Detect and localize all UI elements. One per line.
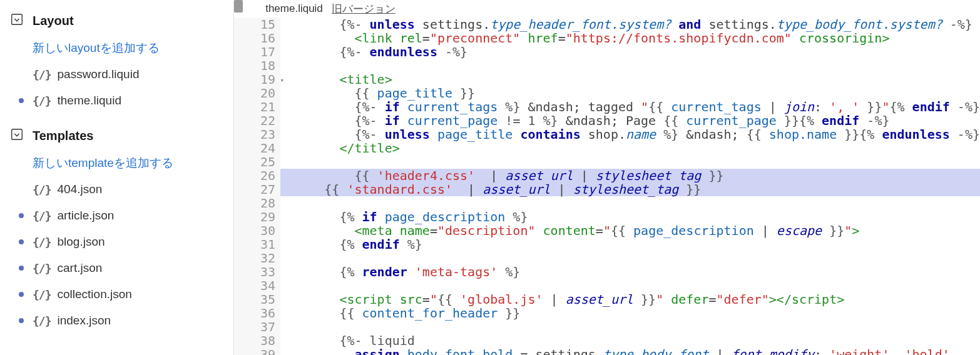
line-number[interactable]: 31 [234, 238, 275, 251]
file-item[interactable]: {/}index.json [5, 308, 228, 334]
line-number[interactable]: 35 [234, 292, 275, 306]
line-number[interactable]: 29 [234, 210, 275, 224]
file-item[interactable]: {/}collection.json [5, 281, 228, 308]
code-line[interactable]: {%- endunless -%} [280, 45, 980, 59]
section-header-templates[interactable]: Templates [5, 125, 228, 150]
code-line[interactable]: {%- if current_tags %} &ndash; tagged "{… [280, 100, 980, 114]
file-label: password.liquid [58, 68, 140, 81]
file-label: 404.json [58, 182, 103, 196]
modified-dot-icon [19, 213, 24, 218]
code-line[interactable]: {%- if current_page != 1 %} &ndash; Page… [280, 114, 980, 128]
line-number[interactable]: 17 [234, 45, 275, 59]
line-number[interactable]: 27 [234, 182, 275, 196]
code-line[interactable] [280, 59, 980, 72]
line-number[interactable]: 32 [234, 251, 275, 265]
file-item[interactable]: {/}404.json [5, 176, 228, 202]
code-line[interactable]: <title> [280, 72, 980, 86]
code-line[interactable] [280, 155, 980, 169]
collapse-icon [10, 12, 24, 29]
file-label: collection.json [58, 288, 132, 301]
file-label: blog.json [58, 235, 105, 249]
modified-dot-icon [19, 318, 24, 323]
file-item[interactable]: {/}article.json [5, 202, 228, 229]
editor-pane: theme.liquid 旧バージョン 15161718192021222324… [234, 0, 980, 355]
code-line[interactable]: </title> [280, 141, 980, 155]
code-line[interactable]: <script src="{{ 'global.js' | asset_url … [280, 292, 980, 306]
code-line[interactable]: <meta name="description" content="{{ pag… [280, 224, 980, 238]
line-number[interactable]: 21 [234, 100, 275, 114]
modified-dot-icon [19, 98, 24, 103]
code-line[interactable]: {% render 'meta-tags' %} [280, 265, 980, 279]
liquid-file-icon: {/} [33, 209, 51, 222]
file-sidebar[interactable]: Layout新しいlayoutを追加する{/}password.liquid{/… [0, 0, 234, 355]
line-number[interactable]: 39 [234, 348, 275, 355]
collapse-icon [10, 128, 24, 144]
code-line[interactable]: {{ content_for_header }} [280, 306, 980, 320]
liquid-file-icon: {/} [33, 183, 51, 196]
line-number[interactable]: 15 [234, 18, 275, 31]
liquid-file-icon: {/} [33, 288, 51, 301]
line-number[interactable]: 34 [234, 279, 275, 292]
line-number[interactable]: 37 [234, 320, 275, 334]
file-item[interactable]: {/}blog.json [5, 229, 228, 255]
line-number[interactable]: 18 [234, 59, 275, 72]
modified-dot-icon [19, 239, 24, 244]
file-label: theme.liquid [58, 94, 121, 108]
file-item[interactable]: {/}theme.liquid [5, 88, 228, 114]
line-number[interactable]: 36 [234, 306, 275, 320]
line-number[interactable]: 28 [234, 196, 275, 210]
section-title: Layout [33, 14, 74, 28]
code-line[interactable]: <link rel="preconnect" href="https://fon… [280, 31, 980, 45]
modified-dot-icon [19, 292, 24, 297]
file-item[interactable]: {/}cart.json [5, 255, 228, 281]
line-gutter: 1516171819202122232425262728293031323334… [234, 18, 280, 355]
line-number[interactable]: 16 [234, 31, 275, 45]
code-line[interactable]: {{ page_title }} [280, 86, 980, 100]
line-number[interactable]: 23 [234, 128, 275, 141]
code-line[interactable] [280, 320, 980, 334]
active-file-tab[interactable]: theme.liquid [265, 2, 323, 15]
code-content[interactable]: {%- unless settings.type_header_font.sys… [280, 18, 980, 355]
line-number[interactable]: 24 [234, 141, 275, 155]
code-line[interactable]: {%- liquid [280, 334, 980, 348]
file-label: cart.json [58, 261, 103, 275]
line-number[interactable]: 30 [234, 224, 275, 238]
liquid-file-icon: {/} [33, 68, 51, 81]
modified-dot-icon [19, 266, 24, 271]
section-title: Templates [33, 129, 93, 143]
line-number[interactable]: 38 [234, 334, 275, 348]
code-line[interactable]: assign body_font_bold = settings.type_bo… [280, 348, 980, 355]
code-line[interactable] [280, 279, 980, 292]
older-version-link[interactable]: 旧バージョン [332, 2, 396, 16]
line-number[interactable]: 25 [234, 155, 275, 169]
liquid-file-icon: {/} [33, 94, 51, 108]
line-number[interactable]: 26 [234, 169, 275, 182]
code-line[interactable] [280, 196, 980, 210]
add-templates-link[interactable]: 新しいtemplateを追加する [5, 150, 228, 176]
line-number[interactable]: 22 [234, 114, 275, 128]
line-number[interactable]: 33 [234, 265, 275, 279]
code-area[interactable]: 1516171819202122232425262728293031323334… [234, 18, 980, 355]
editor-tab-bar: theme.liquid 旧バージョン [234, 0, 980, 18]
code-line[interactable]: {% endif %} [280, 238, 980, 251]
editor-scrollbar-thumb[interactable] [234, 0, 243, 12]
liquid-file-icon: {/} [33, 262, 51, 275]
code-line[interactable]: {%- unless settings.type_header_font.sys… [280, 18, 980, 31]
file-label: article.json [58, 209, 115, 222]
liquid-file-icon: {/} [33, 236, 51, 249]
code-line[interactable]: {{ 'header4.css' | asset_url | styleshee… [280, 169, 980, 182]
file-item[interactable]: {/}password.liquid [5, 61, 228, 88]
code-line[interactable]: {{ 'standard.css' | asset_url | styleshe… [280, 182, 980, 196]
add-layout-link[interactable]: 新しいlayoutを追加する [5, 35, 228, 61]
code-line[interactable]: {% if page_description %} [280, 210, 980, 224]
liquid-file-icon: {/} [33, 314, 51, 328]
line-number[interactable]: 19 [234, 72, 275, 86]
file-label: index.json [58, 314, 111, 328]
svg-rect-0 [12, 14, 23, 25]
section-header-layout[interactable]: Layout [5, 10, 228, 35]
svg-rect-1 [12, 129, 23, 140]
code-line[interactable]: {%- unless page_title contains shop.name… [280, 128, 980, 141]
line-number[interactable]: 20 [234, 86, 275, 100]
code-line[interactable] [280, 251, 980, 265]
